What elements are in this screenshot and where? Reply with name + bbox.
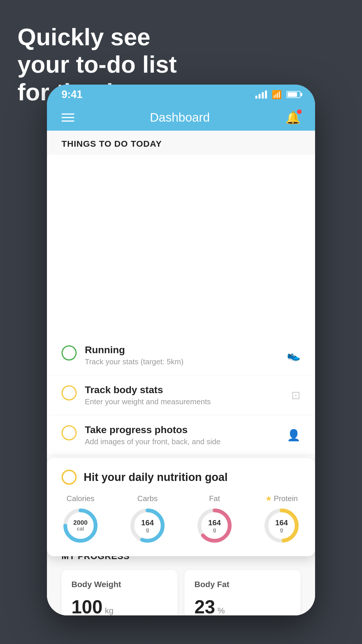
todo-content-body-stats: Track body stats Enter your weight and m… (85, 384, 283, 406)
todo-title-photos: Take progress photos (85, 424, 279, 435)
todo-sub-running: Track your stats (target: 5km) (85, 357, 279, 366)
status-time: 9:41 (61, 88, 82, 101)
todo-content-photos: Take progress photos Add images of your … (85, 424, 279, 446)
todo-sub-body-stats: Enter your weight and measurements (85, 397, 283, 406)
photo-icon: 👤 (287, 429, 301, 442)
calories-label: Calories (66, 494, 94, 503)
scale-icon: ⊡ (291, 389, 301, 402)
nutrition-card-title: Hit your daily nutrition goal (84, 471, 228, 484)
body-weight-label: Body Weight (71, 580, 168, 589)
fat-label: Fat (209, 494, 220, 503)
phone-mockup: 9:41 📶 Dashboard (47, 85, 315, 615)
progress-cards: Body Weight 100 kg (61, 570, 301, 615)
todo-circle-photos (61, 425, 77, 440)
battery-icon (287, 91, 301, 98)
protein-item: ★ Protein 164 g (263, 494, 301, 545)
notification-bell[interactable]: 🔔 (285, 111, 301, 125)
things-todo-header: THINGS TO DO TODAY (47, 131, 315, 155)
body-weight-value-row: 100 kg (71, 596, 168, 615)
running-icon: 👟 (287, 349, 301, 362)
todo-item-running[interactable]: Running Track your stats (target: 5km) 👟 (47, 335, 315, 375)
calories-value: 2000 cal (73, 519, 88, 532)
todo-list: Running Track your stats (target: 5km) 👟… (47, 335, 315, 455)
card-title-row: Hit your daily nutrition goal (61, 470, 301, 485)
protein-donut: 164 g (263, 507, 301, 545)
todo-item-photos[interactable]: Take progress photos Add images of your … (47, 415, 315, 455)
body-fat-label: Body Fat (194, 580, 291, 589)
body-weight-num: 100 (71, 596, 103, 615)
todo-title-running: Running (85, 344, 279, 356)
carbs-donut: 164 g (129, 507, 166, 545)
wifi-icon: 📶 (272, 90, 282, 99)
todo-circle-body-stats (61, 385, 77, 400)
body-weight-unit: kg (105, 606, 114, 615)
calories-donut: 2000 cal (61, 507, 99, 545)
hero-line2: your to-do list (17, 51, 177, 78)
signal-icon (255, 90, 267, 99)
nutrition-circle-check (61, 470, 77, 485)
nav-bar: Dashboard 🔔 (47, 104, 315, 131)
carbs-item: Carbs 164 g (129, 494, 166, 545)
todo-title-body-stats: Track body stats (85, 384, 283, 396)
body-fat-unit: % (217, 606, 225, 615)
calories-item: Calories 2000 cal (61, 494, 99, 545)
star-icon: ★ (265, 494, 272, 503)
body-fat-card: Body Fat 23 % (184, 570, 301, 615)
carbs-label: Carbs (137, 494, 157, 503)
fat-value: 164 g (208, 519, 221, 533)
status-icons: 📶 (255, 90, 301, 99)
nutrition-grid: Calories 2000 cal (61, 494, 301, 545)
fat-item: Fat 164 g (196, 494, 233, 545)
todo-content-running: Running Track your stats (target: 5km) (85, 344, 279, 366)
notification-dot (297, 109, 302, 114)
todo-item-body-stats[interactable]: Track body stats Enter your weight and m… (47, 375, 315, 415)
nav-title: Dashboard (150, 111, 210, 125)
protein-value: 164 g (275, 519, 288, 533)
status-bar: 9:41 📶 (47, 85, 315, 104)
protein-label: ★ Protein (265, 494, 298, 503)
hero-line1: Quickly see (17, 23, 177, 51)
todo-circle-running (61, 345, 77, 360)
nutrition-card: Hit your daily nutrition goal Calories 2 (47, 458, 315, 556)
body-fat-value-row: 23 % (194, 596, 291, 615)
todo-sub-photos: Add images of your front, back, and side (85, 437, 279, 446)
hamburger-menu[interactable] (61, 113, 74, 122)
fat-donut: 164 g (196, 507, 233, 545)
carbs-value: 164 g (141, 519, 154, 533)
body-fat-num: 23 (194, 596, 215, 615)
body-weight-card: Body Weight 100 kg (61, 570, 178, 615)
